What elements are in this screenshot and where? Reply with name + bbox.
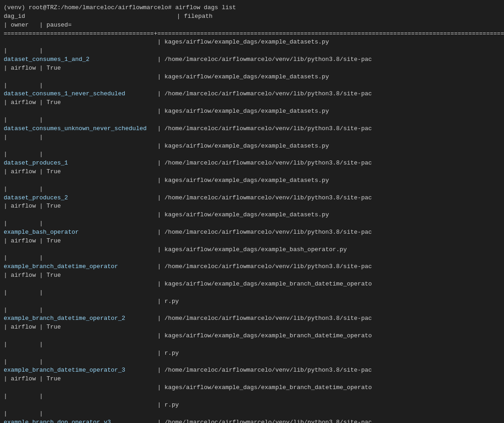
row-dataset-consumes-1-and-2-cont: | kages/airflow/example_dags/example_dat… [4, 73, 504, 89]
command-line: (venv) root@TRZ:/home/lmarceloc/airflowm… [4, 4, 236, 11]
row-branch-datetime-op-3: example_branch_datetime_operator_3 | /ho… [4, 367, 504, 382]
row-dataset-consumes-1-never: dataset_consumes_1_never_scheduled | /ho… [4, 90, 504, 106]
row-bash-operator: example_bash_operator | /home/lmarceloc/… [4, 229, 504, 244]
row-dataset-produces-1: dataset_produces_1 | /home/lmarceloc/air… [4, 159, 504, 175]
row-dataset-produces-2-cont: | kages/airflow/example_dags/example_dat… [4, 211, 504, 227]
row-dataset-consumes-unknown: dataset_consumes_unknown_never_scheduled… [4, 125, 504, 141]
row-dataset-consumes-unknown-cont: | kages/airflow/example_dags/example_dat… [4, 143, 504, 158]
row-branch-datetime-op-3-cont1: | kages/airflow/example_dags/example_bra… [4, 384, 504, 400]
row-branch-datetime-op-cont2: | r.py | | [4, 298, 504, 313]
header-line: dag_id | filepath | owner | paused= [4, 13, 504, 28]
terminal-window: (venv) root@TRZ:/home/lmarceloc/airflowm… [0, 0, 504, 423]
row-empty-1: | kages/airflow/example_dags/example_dat… [4, 38, 504, 54]
row-dataset-consumes-1-and-2: dataset_consumes_1_and_2 | /home/lmarcel… [4, 56, 504, 71]
terminal-content: (venv) root@TRZ:/home/lmarceloc/airflowm… [0, 2, 504, 423]
row-dataset-produces-1-cont: | kages/airflow/example_dags/example_dat… [4, 177, 504, 192]
row-branch-datetime-op-2: example_branch_datetime_operator_2 | /ho… [4, 315, 504, 330]
row-branch-dop-op-v3: example_branch_dop_operator_v3 | /home/l… [4, 419, 504, 423]
row-dataset-produces-2: dataset_produces_2 | /home/lmarceloc/air… [4, 194, 504, 210]
row-dataset-consumes-1-never-cont: | kages/airflow/example_dags/example_dat… [4, 108, 504, 123]
row-branch-datetime-op-2-cont2: | r.py | | [4, 350, 504, 365]
row-branch-datetime-op-3-cont2: | r.py | | [4, 401, 504, 417]
separator-line: ========================================… [4, 30, 504, 37]
row-branch-datetime-op: example_branch_datetime_operator | /home… [4, 263, 504, 279]
row-branch-datetime-op-2-cont1: | kages/airflow/example_dags/example_bra… [4, 332, 504, 348]
row-bash-operator-cont: | kages/airflow/example_dags/example_bas… [4, 246, 504, 262]
row-branch-datetime-op-cont1: | kages/airflow/example_dags/example_bra… [4, 280, 504, 296]
